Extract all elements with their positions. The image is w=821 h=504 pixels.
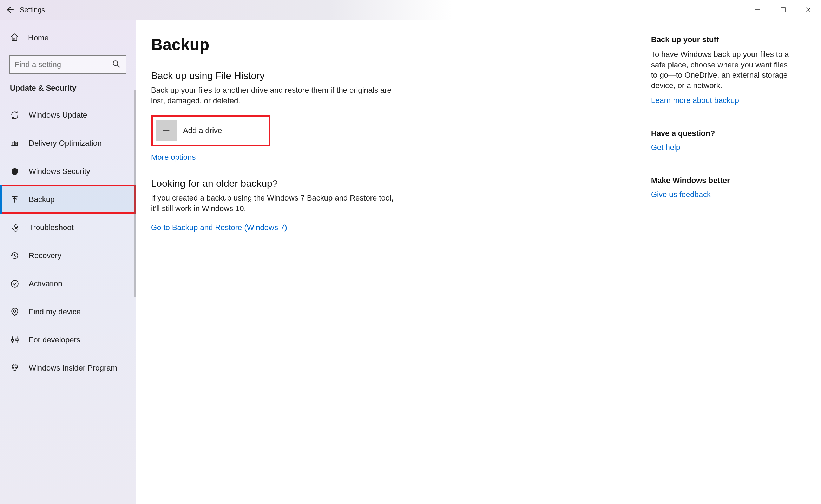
sidebar-item-backup[interactable]: Backup <box>0 185 136 214</box>
svg-point-6 <box>11 280 18 287</box>
sidebar-item-windows-security[interactable]: Windows Security <box>0 157 136 185</box>
side-stuff-description: To have Windows back up your files to a … <box>651 49 792 91</box>
sidebar-item-windows-insider[interactable]: Windows Insider Program <box>0 354 136 382</box>
tools-icon <box>10 335 20 345</box>
older-backup-heading: Looking for an older backup? <box>151 178 397 189</box>
sidebar-category: Update & Security <box>0 81 136 101</box>
sidebar-item-label: Windows Security <box>29 167 90 176</box>
maximize-button[interactable] <box>770 1 796 18</box>
sidebar-item-delivery-optimization[interactable]: Delivery Optimization <box>0 129 136 157</box>
maximize-icon <box>780 7 786 13</box>
wrench-icon <box>10 223 20 233</box>
backup-icon <box>10 195 20 204</box>
sidebar-item-label: Windows Update <box>29 111 87 120</box>
side-question-heading: Have a question? <box>651 129 792 138</box>
scrollbar[interactable] <box>134 90 136 297</box>
search-input[interactable] <box>9 55 126 74</box>
file-history-heading: Back up using File History <box>151 70 397 81</box>
sidebar-item-label: Activation <box>29 279 62 288</box>
minimize-icon <box>755 7 761 13</box>
sidebar-item-activation[interactable]: Activation <box>0 270 136 298</box>
history-icon <box>10 251 20 261</box>
search-input-field[interactable] <box>15 60 112 69</box>
sidebar-item-label: Delivery Optimization <box>29 139 102 148</box>
page-title: Backup <box>151 35 397 54</box>
add-drive-button[interactable]: Add a drive <box>156 120 262 141</box>
svg-line-5 <box>117 65 120 67</box>
svg-rect-1 <box>781 8 785 12</box>
sidebar-home[interactable]: Home <box>0 27 136 49</box>
sidebar-item-label: Windows Insider Program <box>29 364 117 373</box>
close-button[interactable] <box>796 1 821 18</box>
svg-point-4 <box>113 61 118 65</box>
sidebar-home-label: Home <box>28 33 49 42</box>
file-history-description: Back up your files to another drive and … <box>151 85 397 106</box>
close-icon <box>805 7 812 13</box>
home-icon <box>10 33 19 43</box>
sidebar-item-troubleshoot[interactable]: Troubleshoot <box>0 214 136 242</box>
sidebar-item-label: Find my device <box>29 307 81 316</box>
sidebar-item-recovery[interactable]: Recovery <box>0 242 136 270</box>
checkmark-circle-icon <box>10 279 20 289</box>
optimization-icon <box>10 138 20 148</box>
search-icon <box>112 59 121 70</box>
get-help-link[interactable]: Get help <box>651 143 680 152</box>
location-icon <box>10 307 20 317</box>
give-feedback-link[interactable]: Give us feedback <box>651 190 711 199</box>
sidebar-item-find-my-device[interactable]: Find my device <box>0 298 136 326</box>
window-title: Settings <box>20 6 45 14</box>
arrow-left-icon <box>5 5 14 14</box>
plus-icon <box>156 120 177 141</box>
sidebar-item-windows-update[interactable]: Windows Update <box>0 101 136 129</box>
more-options-link[interactable]: More options <box>151 153 196 162</box>
sidebar-item-label: Troubleshoot <box>29 223 74 232</box>
sidebar-item-label: For developers <box>29 335 80 345</box>
add-drive-label: Add a drive <box>183 126 222 135</box>
sidebar-item-label: Backup <box>29 195 54 204</box>
learn-more-link[interactable]: Learn more about backup <box>651 96 739 105</box>
backup-restore-link[interactable]: Go to Backup and Restore (Windows 7) <box>151 223 287 232</box>
back-button[interactable] <box>0 5 20 14</box>
shield-icon <box>10 166 20 176</box>
add-drive-highlight: Add a drive <box>151 115 270 146</box>
sidebar-item-for-developers[interactable]: For developers <box>0 326 136 354</box>
sync-icon <box>10 110 20 120</box>
sidebar-item-label: Recovery <box>29 251 61 260</box>
older-backup-description: If you created a backup using the Window… <box>151 193 397 214</box>
side-feedback-heading: Make Windows better <box>651 176 792 185</box>
side-stuff-heading: Back up your stuff <box>651 35 792 44</box>
insider-icon <box>10 363 20 373</box>
minimize-button[interactable] <box>745 1 770 18</box>
